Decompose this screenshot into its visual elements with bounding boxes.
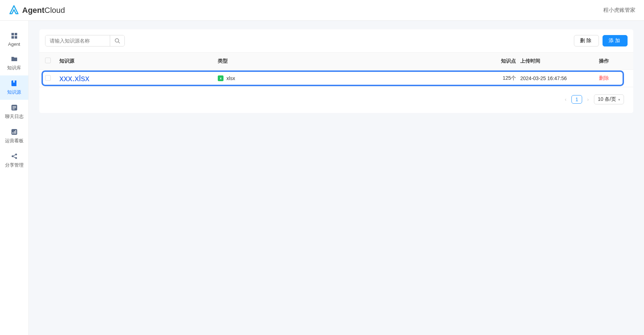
svg-line-16 bbox=[13, 157, 15, 158]
cell-action: 删除 bbox=[599, 75, 628, 82]
type-text: xlsx bbox=[226, 75, 235, 81]
header-user-label[interactable]: 程小虎账管家 bbox=[603, 7, 635, 14]
prev-page-button[interactable]: ‹ bbox=[564, 97, 568, 102]
toolbar-actions: 删除 添加 bbox=[574, 35, 628, 46]
svg-point-14 bbox=[15, 157, 17, 159]
column-header-action: 操作 bbox=[599, 58, 628, 64]
sidebar-item-label: 聊天日志 bbox=[5, 113, 24, 120]
svg-rect-6 bbox=[13, 108, 16, 108]
column-header-upload-time: 上传时间 bbox=[520, 58, 599, 64]
row-delete-link[interactable]: 删除 bbox=[599, 75, 609, 81]
svg-line-18 bbox=[118, 42, 120, 43]
svg-rect-7 bbox=[13, 109, 15, 109]
column-header-name: 知识源 bbox=[59, 58, 218, 64]
book-icon bbox=[11, 80, 18, 87]
svg-point-13 bbox=[15, 154, 17, 156]
svg-rect-0 bbox=[11, 33, 14, 35]
delete-button[interactable]: 删除 bbox=[574, 35, 599, 46]
cell-upload-time: 2024-03-25 16:47:56 bbox=[520, 75, 599, 81]
search-input[interactable] bbox=[45, 35, 110, 46]
xlsx-icon: x bbox=[218, 75, 223, 81]
select-all-checkbox[interactable] bbox=[45, 58, 51, 63]
sidebar-item-label: 分享管理 bbox=[5, 162, 24, 168]
row-checkbox[interactable] bbox=[45, 75, 51, 81]
share-icon bbox=[11, 153, 18, 160]
column-header-points: 知识点 bbox=[492, 58, 520, 64]
sidebar-item-label: Agent bbox=[8, 41, 20, 47]
svg-rect-5 bbox=[13, 106, 16, 107]
page-size-label: 10 条/页 bbox=[598, 96, 616, 103]
table-header: 知识源 类型 知识点 上传时间 操作 bbox=[39, 52, 633, 70]
logo[interactable]: AgentCloud bbox=[9, 5, 65, 16]
sidebar-item-share[interactable]: 分享管理 bbox=[0, 148, 28, 173]
header: AgentCloud 程小虎账管家 bbox=[0, 0, 644, 21]
add-button[interactable]: 添加 bbox=[603, 35, 628, 46]
sidebar-item-label: 知识库 bbox=[7, 65, 21, 71]
search-button[interactable] bbox=[110, 35, 124, 46]
main-content: 删除 添加 知识源 类型 知识点 上传时间 操作 bbox=[29, 21, 644, 335]
svg-rect-2 bbox=[11, 36, 14, 39]
page-number-current[interactable]: 1 bbox=[571, 95, 582, 104]
svg-point-17 bbox=[115, 39, 119, 42]
search-icon bbox=[114, 38, 120, 44]
cell-type: x xlsx bbox=[218, 75, 492, 81]
file-name-link[interactable]: xxx.xlsx bbox=[59, 73, 89, 83]
table: 知识源 类型 知识点 上传时间 操作 xxx.xlsx x bbox=[39, 52, 633, 87]
svg-rect-9 bbox=[13, 132, 13, 134]
svg-point-12 bbox=[11, 156, 13, 157]
next-page-button[interactable]: › bbox=[586, 97, 590, 102]
sidebar-item-label: 运营看板 bbox=[5, 138, 24, 144]
svg-rect-11 bbox=[15, 130, 16, 134]
pagination: ‹ 1 › 10 条/页 ▾ bbox=[39, 87, 633, 104]
table-row[interactable]: xxx.xlsx x xlsx 125个 2024-03-25 16:47:56… bbox=[39, 70, 633, 87]
sidebar-item-knowledge-source[interactable]: 知识源 bbox=[0, 75, 28, 100]
logo-icon bbox=[9, 5, 19, 16]
sidebar: Agent 知识库 知识源 聊天日志 运营看板 bbox=[0, 21, 29, 335]
header-checkbox-cell bbox=[45, 58, 59, 64]
chart-icon bbox=[11, 128, 18, 136]
cell-name: xxx.xlsx bbox=[59, 73, 218, 83]
row-checkbox-cell bbox=[45, 75, 59, 82]
cell-points: 125个 bbox=[492, 75, 520, 82]
column-header-type: 类型 bbox=[218, 58, 492, 64]
svg-rect-3 bbox=[15, 36, 17, 39]
page-size-select[interactable]: 10 条/页 ▾ bbox=[594, 94, 624, 104]
logo-text: AgentCloud bbox=[22, 6, 65, 15]
folder-icon bbox=[11, 55, 18, 63]
toolbar: 删除 添加 bbox=[39, 35, 633, 52]
sidebar-item-knowledge-base[interactable]: 知识库 bbox=[0, 51, 28, 75]
chat-icon bbox=[11, 104, 18, 111]
sidebar-item-agent[interactable]: Agent bbox=[0, 28, 28, 51]
sidebar-item-label: 知识源 bbox=[7, 89, 21, 95]
search-wrap bbox=[45, 35, 125, 46]
svg-line-15 bbox=[13, 155, 15, 156]
sidebar-item-dashboard[interactable]: 运营看板 bbox=[0, 124, 28, 148]
sidebar-item-chat-log[interactable]: 聊天日志 bbox=[0, 100, 28, 124]
grid-icon bbox=[11, 32, 18, 39]
svg-rect-10 bbox=[14, 131, 15, 134]
chevron-down-icon: ▾ bbox=[618, 98, 620, 102]
content-card: 删除 添加 知识源 类型 知识点 上传时间 操作 bbox=[39, 29, 633, 113]
svg-rect-1 bbox=[15, 33, 17, 35]
